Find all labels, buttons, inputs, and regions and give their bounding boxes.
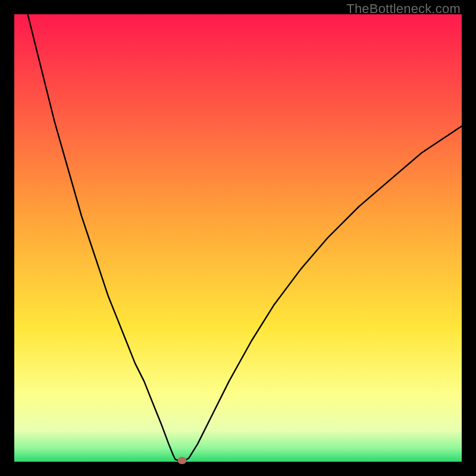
- optimal-point-marker: [178, 457, 186, 464]
- watermark-text: TheBottleneck.com: [346, 1, 461, 17]
- chart-frame: [14, 14, 462, 462]
- gradient-background: [14, 14, 462, 462]
- chart-svg: [14, 14, 462, 462]
